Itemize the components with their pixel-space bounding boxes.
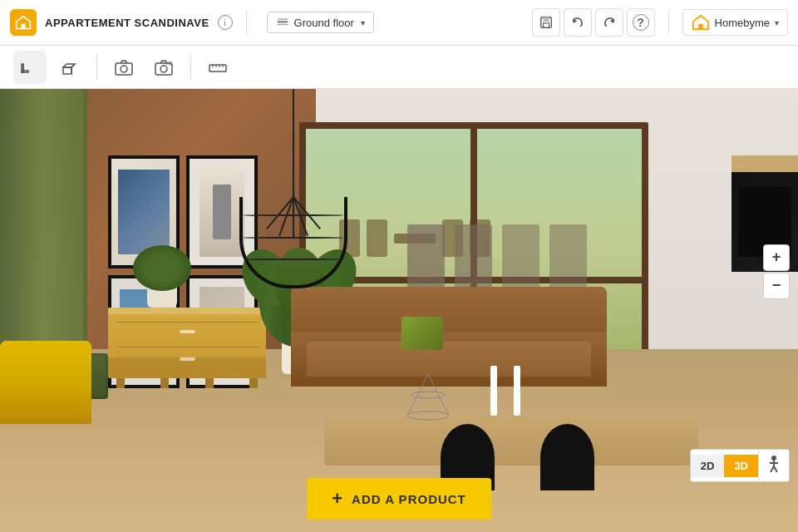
hq-camera-icon: HQ [153, 57, 175, 78]
tool-measure[interactable] [201, 51, 234, 84]
tool-3d-view[interactable] [53, 51, 86, 84]
brand-chevron-icon: ▾ [775, 18, 779, 27]
candles-group [490, 366, 520, 416]
svg-line-37 [774, 466, 777, 472]
redo-icon [602, 15, 617, 30]
view-mode-controls: 2D 3D [690, 449, 790, 482]
yellow-chair [0, 341, 91, 424]
floor-plan-3d-icon [58, 56, 81, 79]
lamp-spoke-2 [293, 197, 308, 237]
app-logo [10, 9, 37, 36]
view-person-button[interactable] [758, 450, 789, 481]
svg-point-29 [407, 411, 449, 420]
svg-point-20 [121, 66, 127, 72]
svg-line-31 [428, 374, 449, 416]
svg-marker-8 [573, 19, 577, 23]
svg-rect-15 [63, 67, 71, 74]
svg-point-32 [411, 392, 445, 398]
toolbar-divider-1 [96, 55, 97, 80]
svg-rect-3 [277, 18, 288, 20]
brand-label: Homebyme [715, 17, 770, 29]
candle-2 [514, 366, 520, 416]
topbar-divider-2 [668, 11, 669, 34]
pendant-lamp [239, 89, 347, 288]
dresser-leg-1 [116, 378, 125, 388]
sofa-backrest [291, 287, 607, 332]
lamp-spoke-1 [293, 196, 321, 229]
topbar-actions: ? [532, 8, 655, 37]
floor-plan-2d-icon [18, 56, 42, 79]
camera-icon [113, 57, 135, 78]
add-product-label: ADD A PRODUCT [352, 492, 466, 506]
dining-chair-right [540, 424, 594, 490]
view-2d-button[interactable]: 2D [691, 455, 725, 477]
tool-hq-render[interactable]: HQ [147, 51, 180, 84]
view-3d-button[interactable]: 3D [724, 455, 758, 477]
add-product-button[interactable]: + ADD A PRODUCT [307, 478, 491, 520]
svg-rect-6 [543, 17, 549, 22]
wire-sculpture [399, 366, 457, 424]
lamp-spoke-5 [266, 196, 294, 229]
dresser-leg-4 [249, 378, 258, 388]
toolbar-divider-2 [190, 55, 191, 80]
user-brand-menu[interactable]: Homebyme ▾ [682, 9, 788, 36]
help-icon: ? [633, 14, 649, 31]
add-product-plus-icon: + [332, 488, 343, 510]
floor-selector[interactable]: Ground floor ▾ [267, 12, 374, 33]
svg-rect-2 [277, 21, 288, 22]
canvas-area[interactable]: + − 2D 3D + ADD A PRODUCT [0, 89, 798, 532]
dresser-leg-2 [160, 378, 169, 388]
small-plant [133, 245, 191, 308]
zoom-controls: + − [763, 244, 790, 299]
svg-rect-1 [22, 24, 26, 29]
zoom-in-button[interactable]: + [763, 244, 790, 271]
svg-marker-9 [609, 19, 613, 23]
floor-label: Ground floor [294, 17, 354, 29]
lamp-shade [239, 197, 347, 288]
svg-point-33 [771, 456, 776, 461]
redo-button[interactable] [595, 8, 623, 37]
help-button[interactable]: ? [627, 8, 655, 37]
save-button[interactable] [532, 8, 560, 37]
tool-camera[interactable] [107, 51, 140, 84]
background-chairs [407, 224, 587, 287]
sideboard [108, 308, 266, 378]
ruler-icon [206, 56, 229, 79]
svg-text:HQ: HQ [166, 61, 173, 66]
svg-line-30 [407, 374, 428, 416]
dresser-leg-3 [205, 378, 214, 388]
toolbar: HQ [0, 46, 798, 89]
dining-table-foreground [324, 416, 698, 466]
floor-chevron-icon: ▾ [361, 18, 365, 27]
topbar: APPARTEMENT SCANDINAVE i Ground floor ▾ [0, 0, 798, 46]
topbar-divider-1 [246, 11, 247, 34]
undo-button[interactable] [564, 8, 592, 37]
app-title: APPARTEMENT SCANDINAVE [45, 17, 209, 29]
svg-rect-7 [543, 23, 549, 27]
dresser-legs [116, 378, 258, 388]
svg-line-36 [771, 466, 774, 472]
svg-rect-24 [209, 65, 226, 71]
lamp-spoke-3 [293, 197, 294, 239]
undo-icon [570, 15, 585, 30]
layers-icon [276, 16, 289, 29]
save-icon [539, 15, 554, 30]
svg-rect-11 [698, 24, 703, 29]
zoom-out-button[interactable]: − [763, 273, 790, 299]
lamp-cord [293, 89, 294, 197]
svg-point-22 [160, 66, 167, 72]
svg-rect-19 [116, 63, 132, 75]
person-view-icon [767, 455, 781, 473]
info-icon[interactable]: i [218, 15, 233, 30]
tool-2d-floor-plan[interactable] [13, 51, 47, 84]
candle-1 [490, 366, 497, 416]
home-brand-icon [692, 13, 710, 32]
svg-rect-4 [277, 24, 288, 26]
tv-shelf [732, 155, 798, 172]
